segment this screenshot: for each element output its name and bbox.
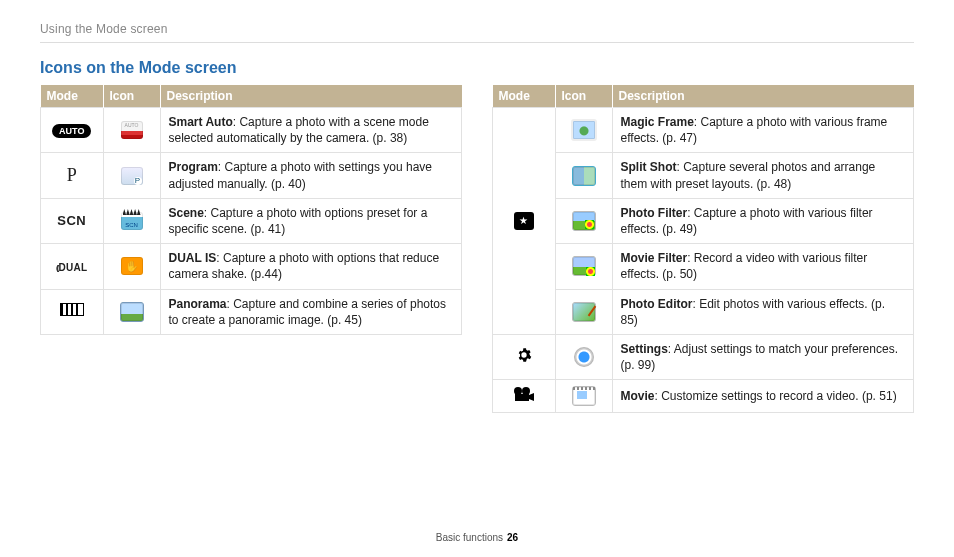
mode-table-right: Mode Icon Description ★ Magic Frame: Cap…: [492, 85, 914, 413]
col-desc: Description: [612, 85, 914, 108]
desc-cell: Movie: Customize settings to record a vi…: [612, 380, 914, 413]
mode-table-left: Mode Icon Description AUTO Smart Auto: C…: [40, 85, 462, 335]
program-icon: [121, 167, 143, 185]
program-mode-icon: P: [67, 163, 77, 187]
page-footer: Basic functions26: [0, 532, 954, 543]
table-row: Split Shot: Capture several photos and a…: [493, 153, 914, 198]
scene-icon: [121, 212, 143, 230]
smart-auto-icon: [121, 121, 143, 139]
panorama-icon: [120, 302, 144, 322]
auto-mode-icon: AUTO: [52, 124, 91, 138]
table-row: AUTO Smart Auto: Capture a photo with a …: [41, 108, 462, 153]
table-row: ★ Magic Frame: Capture a photo with vari…: [493, 108, 914, 153]
table-row: Panorama: Capture and combine a series o…: [41, 289, 462, 334]
svg-rect-2: [515, 394, 529, 401]
divider: [40, 42, 914, 43]
table-row: SCN Scene: Capture a photo with options …: [41, 198, 462, 243]
desc-cell: DUAL IS: Capture a photo with options th…: [160, 244, 462, 289]
table-row: Photo Filter: Capture a photo with vario…: [493, 198, 914, 243]
desc-cell: Split Shot: Capture several photos and a…: [612, 153, 914, 198]
desc-cell: Photo Editor: Edit photos with various e…: [612, 289, 914, 334]
svg-point-1: [522, 387, 530, 395]
svg-point-0: [514, 387, 522, 395]
table-row: Settings: Adjust settings to match your …: [493, 334, 914, 379]
dual-is-mode-icon: DUAL: [56, 261, 87, 275]
desc-cell: Panorama: Capture and combine a series o…: [160, 289, 462, 334]
table-row: DUAL ✋ DUAL IS: Capture a photo with opt…: [41, 244, 462, 289]
desc-cell: Program: Capture a photo with settings y…: [160, 153, 462, 198]
col-mode: Mode: [41, 85, 104, 108]
desc-cell: Photo Filter: Capture a photo with vario…: [612, 198, 914, 243]
settings-mode-icon: [516, 347, 532, 363]
movie-mode-icon: [513, 386, 535, 402]
scene-mode-icon: SCN: [57, 212, 86, 230]
magic-frame-icon: [571, 119, 597, 141]
table-row: P Program: Capture a photo with settings…: [41, 153, 462, 198]
desc-cell: Settings: Adjust settings to match your …: [612, 334, 914, 379]
desc-cell: Scene: Capture a photo with options pres…: [160, 198, 462, 243]
movie-filter-icon: [572, 256, 596, 276]
desc-cell: Movie Filter: Record a video with variou…: [612, 244, 914, 289]
magic-mode-icon: ★: [514, 212, 534, 230]
movie-icon: [572, 386, 596, 406]
table-row: Photo Editor: Edit photos with various e…: [493, 289, 914, 334]
col-icon: Icon: [103, 85, 160, 108]
breadcrumb: Using the Mode screen: [40, 22, 914, 36]
col-mode: Mode: [493, 85, 556, 108]
dual-is-icon: ✋: [121, 257, 143, 275]
settings-icon: [574, 347, 594, 367]
section-title: Icons on the Mode screen: [40, 59, 914, 77]
col-desc: Description: [160, 85, 462, 108]
desc-cell: Smart Auto: Capture a photo with a scene…: [160, 108, 462, 153]
col-icon: Icon: [555, 85, 612, 108]
photo-editor-icon: [572, 302, 596, 322]
table-row: Movie Filter: Record a video with variou…: [493, 244, 914, 289]
panorama-mode-icon: [60, 303, 84, 316]
photo-filter-icon: [572, 211, 596, 231]
split-shot-icon: [572, 166, 596, 186]
table-row: Movie: Customize settings to record a vi…: [493, 380, 914, 413]
desc-cell: Magic Frame: Capture a photo with variou…: [612, 108, 914, 153]
